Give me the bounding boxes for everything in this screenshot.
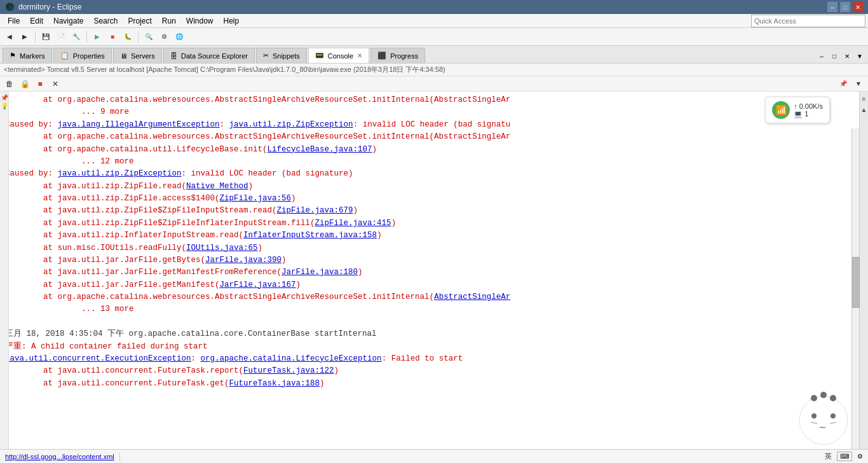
- link-zipexception2[interactable]: java.util.zip.ZipException: [58, 169, 182, 178]
- tab-markers[interactable]: ⚑ Markers: [3, 48, 52, 63]
- console-content[interactable]: at org.apache.catalina.webresources.Abst…: [0, 92, 868, 463]
- titlebar-title: 🌑 dormitory - Eclipse: [5, 3, 81, 11]
- tab-snippets-icon: ✂: [263, 52, 269, 60]
- line-9: at java.util.zip.ZipFile.access$1400(Zip…: [5, 193, 863, 205]
- link-inflater158[interactable]: InflaterInputStream.java:158: [243, 231, 377, 240]
- toolbar-btn-5[interactable]: 🌐: [172, 30, 186, 44]
- link-native[interactable]: Native Method: [186, 182, 248, 191]
- tab-console[interactable]: 📟 Console ✕: [308, 48, 369, 63]
- line-14: at java.util.jar.JarFile.getBytes(JarFil…: [5, 254, 863, 266]
- link-ioutils65[interactable]: IOUtils.java:65: [186, 244, 258, 252]
- wifi-speed-text: ↑ 0.00K/s 💻 1: [794, 102, 823, 118]
- link-jarfile180[interactable]: JarFile.java:180: [281, 268, 358, 277]
- tab-progress[interactable]: ⬛ Progress: [370, 48, 425, 63]
- close-button[interactable]: ✕: [853, 2, 863, 12]
- console-terminate-btn[interactable]: ■: [33, 77, 47, 91]
- toolbar-btn-2[interactable]: 📄: [54, 30, 68, 44]
- line-23: at java.util.concurrent.FutureTask.get(F…: [5, 378, 863, 390]
- line-6: ... 12 more: [5, 156, 863, 168]
- status-keyboard-btn[interactable]: ⌨: [837, 452, 852, 461]
- link-zipexception1[interactable]: java.util.zip.ZipException: [229, 120, 353, 129]
- tab-servers-label: Servers: [131, 52, 155, 60]
- toolbar-save[interactable]: 💾: [39, 30, 53, 44]
- status-lang: 英: [825, 452, 832, 461]
- vertical-scrollbar[interactable]: [851, 128, 859, 449]
- console-path: <terminated> Tomcat v8.5 Server at local…: [0, 64, 868, 76]
- tab-console-icon: 📟: [315, 52, 324, 60]
- status-link[interactable]: http://dl-ssl.goog...lipse/content.xml: [5, 453, 114, 460]
- toolbar-btn-search[interactable]: 🔍: [142, 30, 156, 44]
- toolbar-btn-3[interactable]: 🔧: [69, 30, 83, 44]
- gutter-btn-1[interactable]: 📌: [1, 94, 8, 101]
- toolbar-forward[interactable]: ▶: [18, 30, 32, 44]
- gutter-btn-2[interactable]: 💡: [1, 102, 8, 109]
- app-title: dormitory - Eclipse: [18, 3, 81, 11]
- link-execution[interactable]: java.util.concurrent.ExecutionException: [5, 354, 191, 363]
- line-8: at java.util.zip.ZipFile.read(Native Met…: [5, 181, 863, 193]
- sidebar-btn-1[interactable]: ≡: [862, 95, 866, 102]
- console-clear-btn[interactable]: 🗑: [3, 77, 17, 91]
- quick-access-input[interactable]: [751, 15, 865, 27]
- toolbar: ◀ ▶ 💾 📄 🔧 ▶ ■ 🐛 🔍 ⚙ 🌐: [0, 28, 868, 46]
- right-sidebar: ≡ ▲ ▼: [859, 92, 868, 463]
- console-scroll-lock-btn[interactable]: 🔒: [18, 77, 32, 91]
- link-illegalarg[interactable]: java.lang.IllegalArgumentException: [58, 120, 220, 129]
- link-abstractsingle[interactable]: AbstractSingleAr: [434, 293, 510, 301]
- status-settings-btn[interactable]: ⚙: [857, 453, 863, 460]
- menu-edit[interactable]: Edit: [25, 15, 48, 27]
- link-jarfile167[interactable]: JarFile.java:167: [220, 280, 296, 289]
- menu-navigate[interactable]: Navigate: [48, 15, 88, 27]
- tab-snippets[interactable]: ✂ Snippets: [256, 48, 307, 63]
- link-futuretask188[interactable]: FutureTask.java:188: [229, 379, 320, 388]
- statusbar: http://dl-ssl.goog...lipse/content.xml 英…: [0, 449, 868, 463]
- tab-maximize-btn[interactable]: □: [829, 50, 840, 62]
- vscroll-thumb[interactable]: [852, 257, 860, 308]
- tab-controls: – □ ✕ ▼: [816, 50, 865, 63]
- toolbar-sep-2: [86, 31, 87, 43]
- menu-project[interactable]: Project: [123, 15, 156, 27]
- line-22: at java.util.concurrent.FutureTask.repor…: [5, 365, 863, 377]
- tab-close-btn[interactable]: ✕: [841, 50, 853, 62]
- link-zipfile415[interactable]: ZipFile.java:415: [315, 219, 391, 228]
- link-zipfile679[interactable]: ZipFile.java:679: [277, 206, 353, 215]
- line-12: at java.util.zip.InflaterInputStream.rea…: [5, 230, 863, 242]
- tab-servers[interactable]: 🖥 Servers: [113, 48, 162, 63]
- toolbar-stop[interactable]: ■: [105, 30, 119, 44]
- line-4: at org.apache.catalina.webresources.Abst…: [5, 131, 863, 143]
- tab-servers-icon: 🖥: [120, 52, 127, 60]
- toolbar-back[interactable]: ◀: [3, 30, 17, 44]
- console-remove-btn[interactable]: ✕: [48, 77, 62, 91]
- link-futuretask122[interactable]: FutureTask.java:122: [243, 366, 334, 375]
- minimize-button[interactable]: –: [827, 2, 837, 12]
- console-pin-btn[interactable]: 📌: [836, 77, 850, 91]
- toolbar-run[interactable]: ▶: [90, 30, 104, 44]
- line-20: 严重: A child container failed during star…: [5, 341, 863, 353]
- tab-console-label: Console: [328, 52, 353, 60]
- tab-properties-label: Properties: [73, 52, 105, 60]
- tab-menu-btn[interactable]: ▼: [854, 50, 865, 62]
- console-view-menu-btn[interactable]: ▼: [851, 77, 865, 91]
- menu-window[interactable]: Window: [181, 15, 219, 27]
- tab-minimize-btn[interactable]: –: [816, 50, 827, 62]
- link-lifecycle107[interactable]: LifecycleBase.java:107: [268, 145, 372, 154]
- line-10: at java.util.zip.ZipFile$ZipFileInputStr…: [5, 205, 863, 217]
- console-path-text: <terminated> Tomcat v8.5 Server at local…: [4, 66, 445, 73]
- tab-console-close[interactable]: ✕: [357, 52, 362, 59]
- menu-help[interactable]: Help: [219, 15, 245, 27]
- toolbar-debug[interactable]: 🐛: [121, 30, 135, 44]
- menu-file[interactable]: File: [3, 15, 25, 27]
- menu-search[interactable]: Search: [88, 15, 123, 27]
- link-zipfile56[interactable]: ZipFile.java:56: [220, 194, 292, 203]
- toolbar-btn-4[interactable]: ⚙: [157, 30, 171, 44]
- link-lifecycle[interactable]: org.apache.catalina.LifecycleException: [201, 354, 382, 363]
- tab-datasource[interactable]: 🗄 Data Source Explorer: [163, 48, 255, 63]
- app-icon: 🌑: [5, 3, 15, 11]
- maximize-button[interactable]: □: [840, 2, 850, 12]
- menu-run[interactable]: Run: [157, 15, 181, 27]
- sidebar-btn-2[interactable]: ▲: [861, 106, 867, 113]
- tabbar: ⚑ Markers 📋 Properties 🖥 Servers 🗄 Data …: [0, 46, 868, 64]
- tab-progress-icon: ⬛: [377, 52, 386, 60]
- link-jarfile390[interactable]: JarFile.java:390: [205, 256, 281, 265]
- tab-datasource-label: Data Source Explorer: [181, 52, 248, 60]
- tab-properties[interactable]: 📋 Properties: [53, 48, 112, 63]
